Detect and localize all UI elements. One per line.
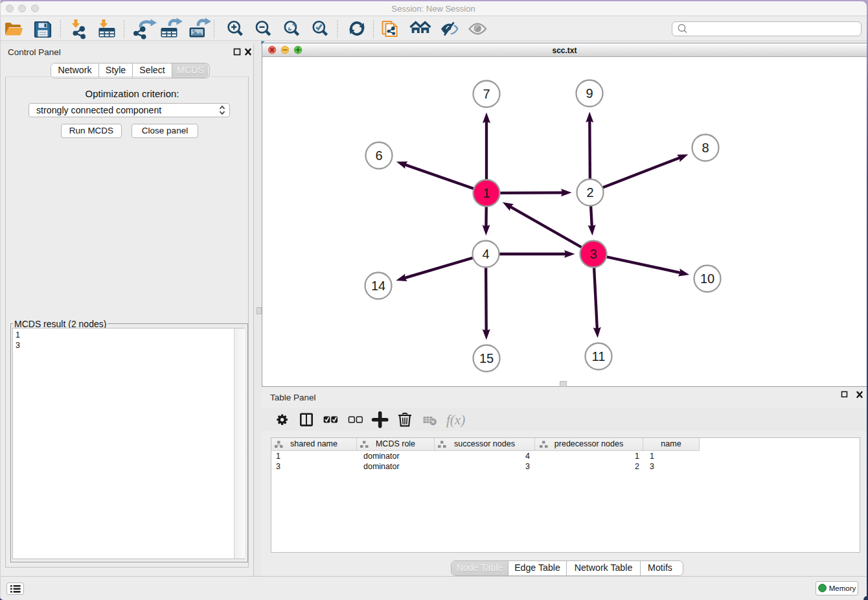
svg-text:1: 1 xyxy=(483,186,490,200)
svg-text:3: 3 xyxy=(589,247,597,261)
svg-text:10: 10 xyxy=(700,271,714,286)
svg-text:9: 9 xyxy=(586,86,593,100)
svg-text:4: 4 xyxy=(482,247,489,261)
svg-text:7: 7 xyxy=(483,87,490,101)
svg-text:f(x): f(x) xyxy=(446,412,465,428)
svg-text:15: 15 xyxy=(479,351,494,365)
svg-text:2: 2 xyxy=(586,185,593,200)
svg-text:11: 11 xyxy=(592,349,606,363)
svg-text:14: 14 xyxy=(371,279,385,293)
svg-text:8: 8 xyxy=(702,141,709,155)
svg-text:6: 6 xyxy=(375,148,382,163)
